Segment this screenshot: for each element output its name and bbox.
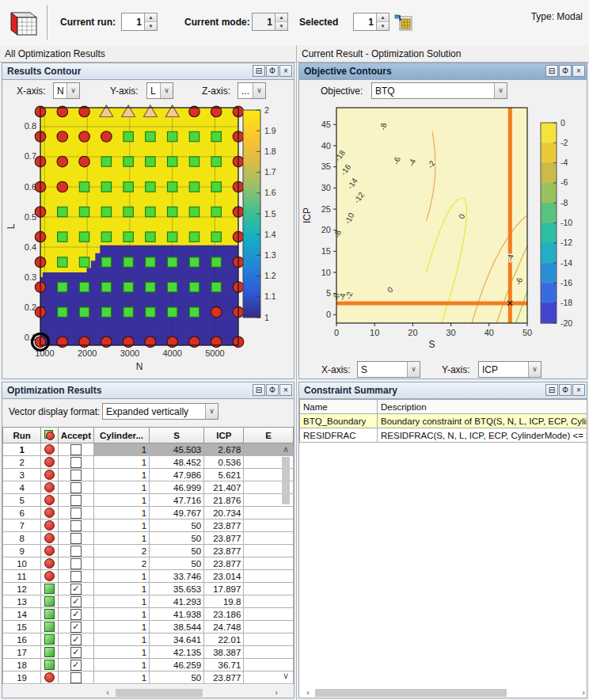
ecp-cell[interactable] [244,608,294,621]
horizontal-scrollbar-thumb[interactable] [116,689,203,697]
constraint-description[interactable]: Boundary constraint of BTQ(S, N, L, ICP,… [378,414,587,428]
success-marker[interactable] [167,131,177,141]
scroll-left-arrow[interactable]: ‹ [102,687,113,698]
success-marker[interactable] [101,232,111,242]
current-run-spinner[interactable]: 1 ▲ ▼ [121,13,158,31]
results-table[interactable]: RunAcceptCylinder...SICPE 1145.5032.6782… [2,427,294,684]
run-cell[interactable]: 9 [3,545,41,557]
table-row[interactable]: 16✓134.64122.01 [3,633,294,646]
ecp-cell[interactable] [244,545,294,557]
undock-button[interactable]: Φ [266,384,279,396]
constraint-name[interactable]: BTQ_Boundary [300,414,378,428]
constraint-row[interactable]: BTQ_BoundaryBoundary constraint of BTQ(S… [300,414,587,428]
infeasible-marker[interactable] [79,156,90,167]
current-mode-down-button[interactable]: ▼ [276,22,287,30]
success-marker[interactable] [101,257,111,267]
run-cell[interactable]: 3 [3,469,41,481]
accept-checkbox[interactable]: ✓ [70,647,82,658]
optimization-cube-icon[interactable] [6,5,41,40]
table-row[interactable]: 1915023.877 [3,671,294,684]
undock-button[interactable]: Φ [559,384,572,396]
cylinder-cell[interactable]: 1 [93,532,149,545]
s-cell[interactable]: 45.503 [150,443,204,456]
run-cell[interactable]: 12 [3,583,41,595]
success-marker[interactable] [124,282,133,291]
constraints-table[interactable]: NameDescription BTQ_BoundaryBoundary con… [299,399,587,443]
accept-checkbox[interactable] [70,470,82,481]
results-contour-plot[interactable]: 100020003000400050000.10.20.30.40.50.60.… [2,99,295,379]
icp-cell[interactable]: 24.748 [204,621,244,633]
table-row[interactable]: 715023.877 [3,519,294,532]
selected-spinner[interactable]: 1 ▲ ▼ [353,13,390,31]
dock-button[interactable]: ⊟ [253,384,265,396]
success-marker[interactable] [101,207,111,216]
run-cell[interactable]: 16 [3,633,41,646]
cylinder-cell[interactable]: 1 [93,481,149,494]
icp-cell[interactable]: 19.8 [204,595,244,608]
x-axis-select[interactable]: N∨ [53,82,80,99]
success-marker[interactable] [167,282,177,291]
s-cell[interactable]: 47.986 [150,469,204,481]
column-header[interactable]: ICP [204,428,244,443]
success-marker[interactable] [146,282,155,291]
z-axis-select[interactable]: ...∨ [238,82,266,99]
infeasible-marker[interactable] [57,181,68,192]
success-marker[interactable] [211,257,221,267]
table-row[interactable]: 17✓142.13538.387 [3,646,294,659]
success-marker[interactable] [146,207,155,216]
icp-cell[interactable]: 21.407 [204,481,244,494]
accept-checkbox[interactable]: ✓ [70,584,82,595]
chevron-down-icon[interactable]: ∨ [494,83,507,98]
s-cell[interactable]: 41.938 [150,608,204,621]
accept-checkbox[interactable]: ✓ [70,634,82,645]
vector-display-format-select[interactable]: Expanded vertically∨ [102,403,218,420]
current-mode-up-button[interactable]: ▲ [276,13,287,22]
success-marker[interactable] [146,182,155,192]
ecp-cell[interactable] [244,507,294,519]
accept-checkbox[interactable] [70,495,82,506]
icp-cell[interactable]: 23.877 [204,557,244,570]
chevron-down-icon[interactable]: ∨ [205,404,218,419]
success-marker[interactable] [58,232,67,242]
cylinder-cell[interactable]: 1 [93,595,149,608]
run-cell[interactable]: 18 [3,659,41,671]
success-marker[interactable] [189,307,199,317]
table-row[interactable]: 815023.877 [3,532,294,545]
table-row[interactable]: 1025023.877 [3,557,294,570]
run-cell[interactable]: 2 [3,456,41,469]
run-cell[interactable]: 13 [3,595,41,608]
cylinder-cell[interactable]: 1 [93,646,149,659]
run-cell[interactable]: 15 [3,621,41,633]
table-row[interactable]: 13✓141.29319.8 [3,595,294,608]
table-row[interactable]: 14✓141.93823.186 [3,608,294,621]
chevron-down-icon[interactable]: ∨ [528,362,541,377]
icp-cell[interactable]: 5.621 [204,469,244,481]
run-cell[interactable]: 14 [3,608,41,621]
s-cell[interactable]: 50 [150,519,204,532]
icp-cell[interactable]: 21.876 [204,494,244,507]
chevron-down-icon[interactable]: ∨ [253,83,265,98]
close-button[interactable]: × [279,384,292,396]
success-marker[interactable] [189,232,199,242]
accept-checkbox[interactable] [70,444,82,455]
success-marker[interactable] [58,307,67,317]
success-marker[interactable] [189,131,199,141]
ecp-cell[interactable] [244,583,294,595]
cylinder-cell[interactable]: 1 [93,519,149,532]
success-marker[interactable] [124,232,133,242]
cylinder-cell[interactable]: 1 [93,507,149,519]
close-button[interactable]: × [572,65,585,77]
accept-checkbox[interactable]: ✓ [70,622,82,633]
success-marker[interactable] [146,307,155,317]
undock-button[interactable]: Φ [266,65,279,77]
success-marker[interactable] [101,157,111,166]
accept-checkbox[interactable] [70,558,82,569]
accept-checkbox[interactable] [70,508,82,519]
success-marker[interactable] [167,157,177,166]
success-marker[interactable] [146,157,155,166]
vertical-scrollbar-thumb[interactable] [282,457,290,504]
scroll-up-arrow[interactable]: ∧ [280,444,291,455]
success-marker[interactable] [189,157,199,166]
table-row[interactable]: 925023.877 [3,545,294,557]
cylinder-cell[interactable]: 1 [93,570,149,583]
